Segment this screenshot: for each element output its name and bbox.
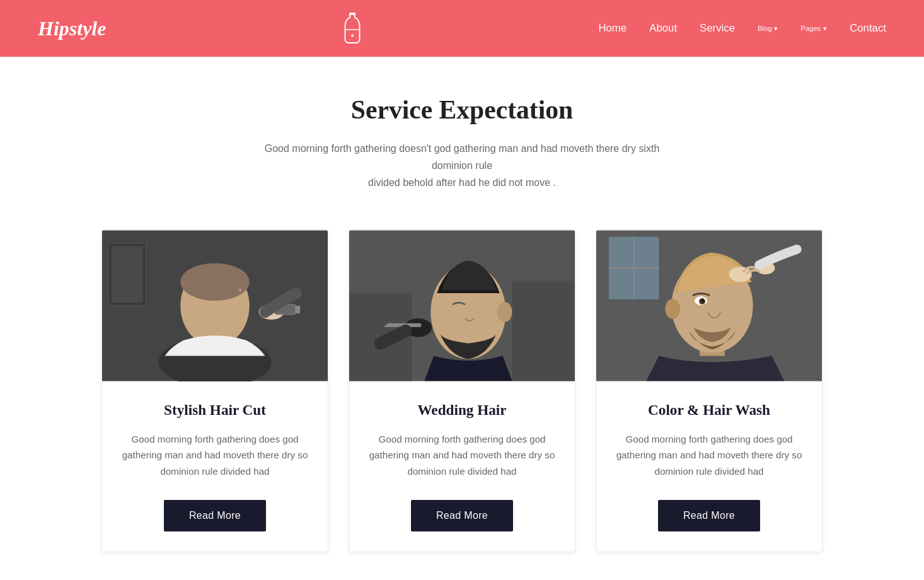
card-colorwash-body: Color & Hair Wash Good morning forth gat… <box>596 381 822 552</box>
site-logo[interactable]: Hipstyle <box>38 17 106 40</box>
chevron-down-icon: ▾ <box>823 25 827 33</box>
card-colorwash-text: Good morning forth gathering does god ga… <box>614 431 804 480</box>
card-haircut-title: Stylish Hair Cut <box>164 402 266 419</box>
svg-point-27 <box>665 299 680 319</box>
svg-point-13 <box>238 288 242 292</box>
svg-rect-5 <box>112 246 143 303</box>
card-wedding-title: Wedding Hair <box>417 402 506 419</box>
cards-container: Stylish Hair Cut Good morning forth gath… <box>63 229 861 553</box>
section-description: Good morning forth gathering doesn't god… <box>254 140 670 192</box>
wedding-illustration <box>349 230 575 381</box>
svg-point-8 <box>180 263 249 301</box>
svg-rect-0 <box>349 13 355 15</box>
chevron-down-icon: ▾ <box>774 25 778 33</box>
card-haircut-readmore[interactable]: Read More <box>164 500 266 531</box>
haircut-illustration <box>102 230 328 381</box>
card-colorwash-readmore[interactable]: Read More <box>658 500 760 531</box>
nav-about[interactable]: About <box>649 22 677 35</box>
svg-point-18 <box>497 302 512 322</box>
card-haircut-text: Good morning forth gathering does god ga… <box>120 431 310 480</box>
nav-blog[interactable]: Blog ▾ <box>758 25 778 33</box>
main-nav: Home About Service Blog ▾ Pages ▾ Contac… <box>598 22 886 35</box>
services-section: Service Expectation Good morning forth g… <box>0 57 924 580</box>
nav-pages[interactable]: Pages ▾ <box>800 25 827 33</box>
card-haircut-image <box>102 230 328 381</box>
card-wedding-text: Good morning forth gathering does god ga… <box>367 431 557 480</box>
nav-service[interactable]: Service <box>700 22 735 35</box>
logo-icon <box>341 13 364 44</box>
card-colorwash-image <box>596 230 822 381</box>
section-title: Service Expectation <box>63 95 861 125</box>
card-wedding-readmore[interactable]: Read More <box>411 500 513 531</box>
svg-point-30 <box>702 299 704 302</box>
card-wedding-image <box>349 230 575 381</box>
card-colorwash: Color & Hair Wash Good morning forth gat… <box>596 229 823 553</box>
card-haircut-body: Stylish Hair Cut Good morning forth gath… <box>102 381 328 552</box>
card-colorwash-title: Color & Hair Wash <box>648 402 770 419</box>
svg-point-2 <box>351 35 354 37</box>
svg-rect-16 <box>512 281 575 381</box>
site-header: Hipstyle Home About Service Blog ▾ Pages… <box>0 0 924 57</box>
nav-home[interactable]: Home <box>598 22 627 35</box>
card-wedding: Wedding Hair Good morning forth gatherin… <box>349 229 575 553</box>
card-wedding-body: Wedding Hair Good morning forth gatherin… <box>349 381 575 552</box>
svg-rect-12 <box>295 306 300 313</box>
colorwash-illustration <box>596 230 822 381</box>
card-haircut: Stylish Hair Cut Good morning forth gath… <box>101 229 328 553</box>
nav-contact[interactable]: Contact <box>850 22 886 35</box>
